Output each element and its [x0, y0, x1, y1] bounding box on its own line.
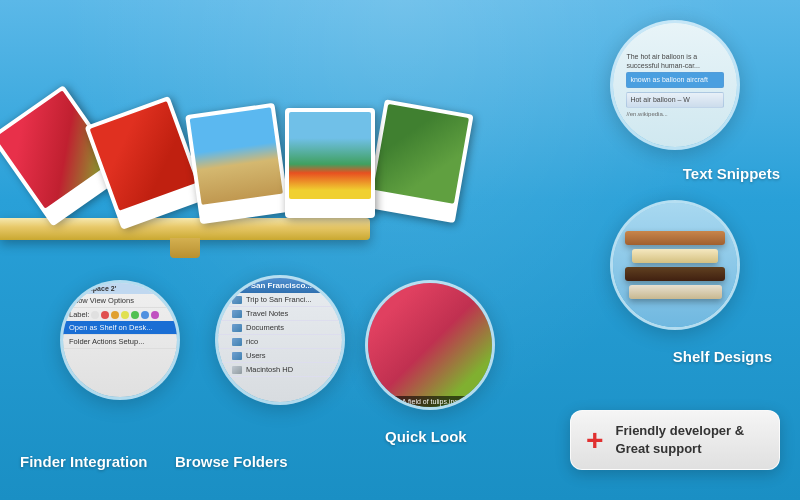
photo-card [285, 108, 375, 218]
support-line2: Great support [616, 440, 745, 458]
browse-folders-inner: Trip to San Francisco... Trip to San Fra… [218, 278, 342, 402]
shelf-strip-4 [629, 285, 722, 299]
snippet-text1: The hot air balloon is a [626, 52, 723, 61]
browse-folders-circle: Trip to San Francisco... Trip to San Fra… [215, 275, 345, 405]
snippet-bar: Hot air balloon – W [626, 92, 723, 108]
folder-icon [232, 324, 242, 332]
browse-item: Documents [218, 321, 342, 335]
color-dot-blue [141, 311, 149, 319]
photo-balloon [289, 112, 371, 199]
shelf-strip-2 [632, 249, 719, 263]
folder-icon [232, 352, 242, 360]
color-dot-none [91, 311, 99, 319]
finder-label-row: Label: [63, 308, 177, 321]
shelf-strip-3 [625, 267, 724, 281]
browse-folders-label: Browse Folders [175, 453, 288, 470]
shelf-strip-1 [625, 231, 724, 245]
photo-card [366, 99, 474, 223]
browse-header: Trip to San Francisco... [218, 278, 342, 293]
photos-container [20, 108, 470, 218]
quick-look-inner: A field of tulips.jpg [368, 283, 492, 407]
photo-card [185, 103, 289, 224]
folder-icon [232, 296, 242, 304]
text-snippets-label: Text Snippets [683, 165, 780, 182]
finder-label-text: Label: [69, 310, 89, 319]
quick-look-circle: A field of tulips.jpg [365, 280, 495, 410]
snippet-highlight-bar: known as balloon aircraft [626, 72, 723, 88]
finder-menu-show-view: Show View Options [63, 294, 177, 308]
color-dot-orange [111, 311, 119, 319]
browse-item: Trip to San Franci... [218, 293, 342, 307]
shelf-designs-label: Shelf Designs [673, 348, 772, 365]
shelf-designs-circle [610, 200, 740, 330]
quick-look-file-label: A field of tulips.jpg [368, 396, 492, 407]
finder-menu-folder-actions: Folder Actions Setup... [63, 335, 177, 349]
photo-red [90, 101, 197, 211]
finder-inner: copy 'space 2' Show View Options Label: … [63, 283, 177, 397]
shelf-designs-inner [613, 203, 737, 327]
text-snippets-inner: The hot air balloon is a successful huma… [613, 23, 737, 147]
folder-icon [232, 338, 242, 346]
finder-top: copy 'space 2' [63, 283, 177, 294]
snippet-text2: successful human-car... [626, 61, 723, 70]
photo-beach [190, 107, 283, 204]
finder-circle: copy 'space 2' Show View Options Label: … [60, 280, 180, 400]
color-dot-green [131, 311, 139, 319]
browse-item: Travel Notes [218, 307, 342, 321]
support-text: Friendly developer & Great support [616, 422, 745, 458]
browse-item: rico [218, 335, 342, 349]
support-button[interactable]: + Friendly developer & Great support [570, 410, 780, 470]
photo-nature [373, 104, 469, 204]
quick-look-label: Quick Look [385, 428, 467, 445]
finder-menu-open-shelf: Open as Shelf on Desk... [63, 321, 177, 335]
shelf-section [0, 10, 380, 270]
drive-icon [232, 366, 242, 374]
snippet-url: //en.wikipedia... [626, 110, 723, 118]
support-line1: Friendly developer & [616, 422, 745, 440]
browse-item: Users [218, 349, 342, 363]
folder-icon [232, 310, 242, 318]
browse-item: Macintosh HD [218, 363, 342, 377]
color-dot-yellow [121, 311, 129, 319]
color-dot-red [101, 311, 109, 319]
text-snippets-circle: The hot air balloon is a successful huma… [610, 20, 740, 150]
color-dot-purple [151, 311, 159, 319]
plus-icon: + [586, 425, 604, 455]
finder-label: Finder Integration [20, 453, 148, 470]
